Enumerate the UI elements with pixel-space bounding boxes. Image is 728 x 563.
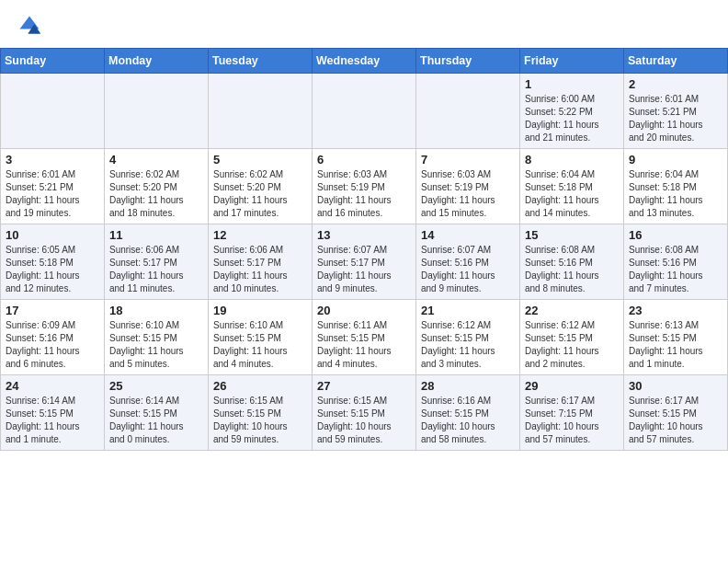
calendar-week-1: 1Sunrise: 6:00 AM Sunset: 5:22 PM Daylig… — [1, 74, 728, 149]
day-info: Sunrise: 6:02 AM Sunset: 5:20 PM Dayligh… — [213, 168, 307, 220]
day-info: Sunrise: 6:00 AM Sunset: 5:22 PM Dayligh… — [525, 93, 619, 144]
calendar-cell: 6Sunrise: 6:03 AM Sunset: 5:19 PM Daylig… — [313, 149, 416, 224]
calendar-cell: 12Sunrise: 6:06 AM Sunset: 5:17 PM Dayli… — [209, 224, 313, 300]
calendar-cell: 11Sunrise: 6:06 AM Sunset: 5:17 PM Dayli… — [105, 224, 209, 300]
calendar-cell: 17Sunrise: 6:09 AM Sunset: 5:16 PM Dayli… — [1, 300, 105, 375]
day-info: Sunrise: 6:08 AM Sunset: 5:16 PM Dayligh… — [525, 244, 619, 295]
day-number: 16 — [629, 228, 722, 242]
day-number: 15 — [525, 228, 619, 242]
calendar-header-saturday: Saturday — [624, 49, 728, 74]
day-number: 26 — [213, 379, 307, 393]
day-number: 22 — [525, 304, 619, 317]
day-info: Sunrise: 6:12 AM Sunset: 5:15 PM Dayligh… — [421, 319, 515, 371]
calendar-header-sunday: Sunday — [1, 49, 105, 74]
calendar-cell: 24Sunrise: 6:14 AM Sunset: 5:15 PM Dayli… — [1, 375, 105, 451]
day-number: 29 — [525, 379, 619, 393]
calendar-cell — [105, 74, 209, 149]
day-info: Sunrise: 6:15 AM Sunset: 5:15 PM Dayligh… — [317, 395, 411, 446]
page: SundayMondayTuesdayWednesdayThursdayFrid… — [0, 0, 728, 563]
day-number: 28 — [421, 379, 515, 393]
calendar-cell: 21Sunrise: 6:12 AM Sunset: 5:15 PM Dayli… — [416, 300, 520, 375]
calendar-cell: 8Sunrise: 6:04 AM Sunset: 5:18 PM Daylig… — [520, 149, 624, 224]
calendar-cell — [1, 74, 105, 149]
day-number: 8 — [525, 153, 619, 167]
calendar-header-thursday: Thursday — [416, 49, 520, 74]
day-info: Sunrise: 6:09 AM Sunset: 5:16 PM Dayligh… — [6, 319, 99, 371]
calendar-cell: 1Sunrise: 6:00 AM Sunset: 5:22 PM Daylig… — [520, 74, 624, 149]
calendar-cell: 4Sunrise: 6:02 AM Sunset: 5:20 PM Daylig… — [105, 149, 209, 224]
calendar-header-row: SundayMondayTuesdayWednesdayThursdayFrid… — [1, 49, 728, 74]
day-info: Sunrise: 6:11 AM Sunset: 5:15 PM Dayligh… — [317, 319, 411, 371]
day-info: Sunrise: 6:12 AM Sunset: 5:15 PM Dayligh… — [525, 319, 619, 371]
calendar-cell: 28Sunrise: 6:16 AM Sunset: 5:15 PM Dayli… — [416, 375, 520, 451]
day-number: 4 — [109, 153, 203, 167]
day-info: Sunrise: 6:14 AM Sunset: 5:15 PM Dayligh… — [109, 395, 203, 446]
day-info: Sunrise: 6:01 AM Sunset: 5:21 PM Dayligh… — [629, 93, 722, 144]
day-info: Sunrise: 6:04 AM Sunset: 5:18 PM Dayligh… — [525, 168, 619, 220]
day-number: 21 — [421, 304, 515, 317]
day-number: 2 — [629, 77, 722, 91]
calendar-cell: 30Sunrise: 6:17 AM Sunset: 5:15 PM Dayli… — [624, 375, 728, 451]
calendar-cell: 2Sunrise: 6:01 AM Sunset: 5:21 PM Daylig… — [624, 74, 728, 149]
day-info: Sunrise: 6:07 AM Sunset: 5:16 PM Dayligh… — [421, 244, 515, 295]
day-number: 30 — [629, 379, 722, 393]
calendar-header-friday: Friday — [520, 49, 624, 74]
calendar-cell: 23Sunrise: 6:13 AM Sunset: 5:15 PM Dayli… — [624, 300, 728, 375]
day-number: 14 — [421, 228, 515, 242]
calendar-cell: 16Sunrise: 6:08 AM Sunset: 5:16 PM Dayli… — [624, 224, 728, 300]
day-number: 19 — [213, 304, 307, 317]
calendar-week-5: 24Sunrise: 6:14 AM Sunset: 5:15 PM Dayli… — [1, 375, 728, 451]
day-info: Sunrise: 6:14 AM Sunset: 5:15 PM Dayligh… — [6, 395, 99, 446]
day-info: Sunrise: 6:02 AM Sunset: 5:20 PM Dayligh… — [109, 168, 203, 220]
day-number: 13 — [317, 228, 411, 242]
logo-icon — [17, 13, 42, 39]
calendar-cell: 29Sunrise: 6:17 AM Sunset: 7:15 PM Dayli… — [520, 375, 624, 451]
calendar-cell: 9Sunrise: 6:04 AM Sunset: 5:18 PM Daylig… — [624, 149, 728, 224]
calendar-cell — [209, 74, 313, 149]
calendar-cell — [416, 74, 520, 149]
calendar-cell: 14Sunrise: 6:07 AM Sunset: 5:16 PM Dayli… — [416, 224, 520, 300]
day-number: 7 — [421, 153, 515, 167]
calendar-cell: 20Sunrise: 6:11 AM Sunset: 5:15 PM Dayli… — [313, 300, 416, 375]
day-info: Sunrise: 6:17 AM Sunset: 5:15 PM Dayligh… — [629, 395, 722, 446]
day-info: Sunrise: 6:03 AM Sunset: 5:19 PM Dayligh… — [317, 168, 411, 220]
day-info: Sunrise: 6:17 AM Sunset: 7:15 PM Dayligh… — [525, 395, 619, 446]
calendar-cell: 15Sunrise: 6:08 AM Sunset: 5:16 PM Dayli… — [520, 224, 624, 300]
calendar-cell: 7Sunrise: 6:03 AM Sunset: 5:19 PM Daylig… — [416, 149, 520, 224]
header — [0, 0, 728, 44]
day-number: 17 — [6, 304, 99, 317]
calendar-cell: 5Sunrise: 6:02 AM Sunset: 5:20 PM Daylig… — [209, 149, 313, 224]
calendar-week-4: 17Sunrise: 6:09 AM Sunset: 5:16 PM Dayli… — [1, 300, 728, 375]
calendar-cell: 10Sunrise: 6:05 AM Sunset: 5:18 PM Dayli… — [1, 224, 105, 300]
day-info: Sunrise: 6:15 AM Sunset: 5:15 PM Dayligh… — [213, 395, 307, 446]
day-number: 9 — [629, 153, 722, 167]
calendar-cell: 13Sunrise: 6:07 AM Sunset: 5:17 PM Dayli… — [313, 224, 416, 300]
logo — [17, 13, 46, 39]
calendar-cell: 22Sunrise: 6:12 AM Sunset: 5:15 PM Dayli… — [520, 300, 624, 375]
calendar-header-tuesday: Tuesday — [209, 49, 313, 74]
day-info: Sunrise: 6:06 AM Sunset: 5:17 PM Dayligh… — [213, 244, 307, 295]
day-info: Sunrise: 6:07 AM Sunset: 5:17 PM Dayligh… — [317, 244, 411, 295]
day-number: 1 — [525, 77, 619, 91]
day-number: 25 — [109, 379, 203, 393]
day-info: Sunrise: 6:03 AM Sunset: 5:19 PM Dayligh… — [421, 168, 515, 220]
day-number: 6 — [317, 153, 411, 167]
day-number: 27 — [317, 379, 411, 393]
day-info: Sunrise: 6:05 AM Sunset: 5:18 PM Dayligh… — [6, 244, 99, 295]
calendar-week-3: 10Sunrise: 6:05 AM Sunset: 5:18 PM Dayli… — [1, 224, 728, 300]
day-number: 12 — [213, 228, 307, 242]
calendar-week-2: 3Sunrise: 6:01 AM Sunset: 5:21 PM Daylig… — [1, 149, 728, 224]
day-info: Sunrise: 6:08 AM Sunset: 5:16 PM Dayligh… — [629, 244, 722, 295]
day-number: 10 — [6, 228, 99, 242]
calendar-cell: 26Sunrise: 6:15 AM Sunset: 5:15 PM Dayli… — [209, 375, 313, 451]
calendar-cell: 18Sunrise: 6:10 AM Sunset: 5:15 PM Dayli… — [105, 300, 209, 375]
day-number: 18 — [109, 304, 203, 317]
day-info: Sunrise: 6:13 AM Sunset: 5:15 PM Dayligh… — [629, 319, 722, 371]
calendar-cell: 25Sunrise: 6:14 AM Sunset: 5:15 PM Dayli… — [105, 375, 209, 451]
day-info: Sunrise: 6:04 AM Sunset: 5:18 PM Dayligh… — [629, 168, 722, 220]
day-number: 20 — [317, 304, 411, 317]
calendar-header-monday: Monday — [105, 49, 209, 74]
calendar-table: SundayMondayTuesdayWednesdayThursdayFrid… — [0, 48, 728, 451]
day-info: Sunrise: 6:10 AM Sunset: 5:15 PM Dayligh… — [213, 319, 307, 371]
day-info: Sunrise: 6:01 AM Sunset: 5:21 PM Dayligh… — [6, 168, 99, 220]
